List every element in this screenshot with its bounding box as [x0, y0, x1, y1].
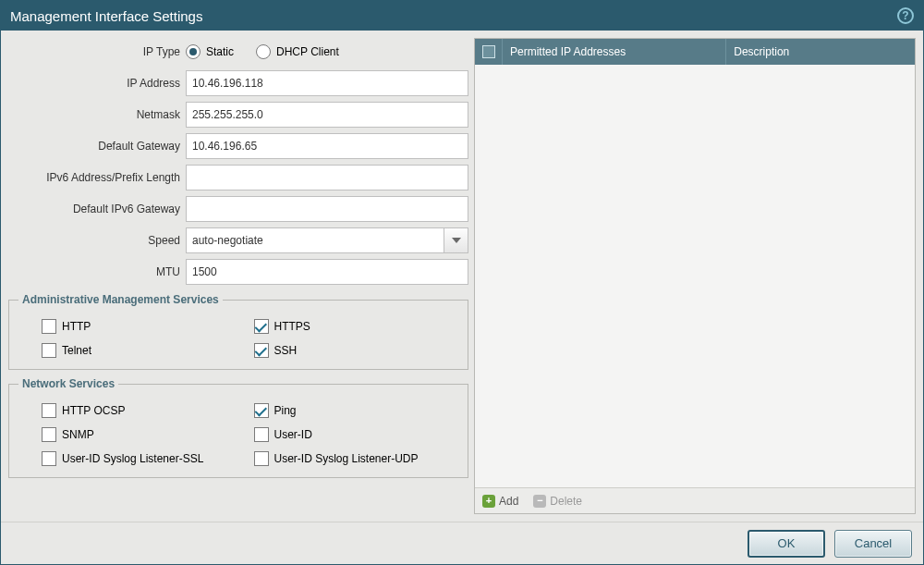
delete-button[interactable]: − Delete: [533, 495, 582, 508]
row-ipv6-address: IPv6 Address/Prefix Length: [8, 164, 468, 191]
check-http-ocsp-label: HTTP OCSP: [62, 404, 125, 417]
check-http[interactable]: HTTP: [42, 319, 247, 334]
minus-icon: −: [533, 495, 546, 508]
speed-label: Speed: [8, 234, 186, 247]
check-userid-label: User-ID: [274, 428, 312, 441]
col-description[interactable]: Description: [726, 39, 915, 65]
radio-dhcp-label: DHCP Client: [276, 45, 339, 58]
left-pane: IP Type Static DHCP Client IP Address: [8, 38, 468, 514]
admin-services-grid: HTTP HTTPS Telnet SSH: [18, 319, 458, 358]
default-gateway-label: Default Gateway: [8, 140, 186, 153]
check-telnet-label: Telnet: [62, 344, 91, 357]
checkbox-icon: [42, 343, 56, 358]
check-telnet[interactable]: Telnet: [42, 343, 247, 358]
speed-select[interactable]: auto-negotiate: [186, 227, 468, 253]
check-snmp-label: SNMP: [62, 428, 94, 441]
mtu-label: MTU: [8, 265, 186, 278]
admin-services-legend: Administrative Management Services: [18, 293, 223, 306]
ipv6-gateway-label: Default IPv6 Gateway: [8, 203, 186, 215]
check-https-label: HTTPS: [274, 320, 310, 333]
check-snmp[interactable]: SNMP: [42, 427, 247, 442]
dialog-footer: OK Cancel: [1, 522, 923, 564]
check-userid-syslog-ssl-label: User-ID Syslog Listener-SSL: [62, 452, 203, 465]
checkbox-icon: [254, 451, 269, 466]
row-ip-type: IP Type Static DHCP Client: [8, 38, 468, 66]
table-footer: + Add − Delete: [475, 487, 915, 513]
help-icon[interactable]: ?: [897, 7, 914, 24]
row-default-gateway: Default Gateway: [8, 132, 468, 160]
checkbox-icon: [254, 319, 269, 334]
ip-type-label: IP Type: [8, 45, 186, 58]
radio-static[interactable]: Static: [186, 44, 234, 59]
add-button[interactable]: + Add: [482, 495, 518, 508]
checkbox-icon: [254, 403, 269, 418]
checkbox-icon: [42, 403, 56, 418]
svg-marker-0: [452, 238, 461, 243]
chevron-down-icon: [444, 228, 468, 252]
dialog-body: IP Type Static DHCP Client IP Address: [1, 31, 923, 522]
ipv6-gateway-input[interactable]: [186, 196, 468, 222]
ip-address-label: IP Address: [8, 77, 186, 90]
check-userid-syslog-ssl[interactable]: User-ID Syslog Listener-SSL: [42, 451, 247, 466]
radio-dhcp[interactable]: DHCP Client: [256, 44, 339, 59]
checkbox-icon: [42, 451, 56, 466]
dialog-title: Management Interface Settings: [10, 8, 202, 24]
netmask-input[interactable]: [186, 102, 468, 128]
add-label: Add: [499, 495, 518, 508]
checkbox-icon: [482, 45, 495, 58]
check-ping[interactable]: Ping: [254, 403, 459, 418]
checkbox-icon: [42, 319, 56, 334]
checkbox-icon: [42, 427, 56, 442]
mtu-input[interactable]: [186, 259, 468, 285]
table-header: Permitted IP Addresses Description: [475, 39, 915, 65]
ipv6-address-label: IPv6 Address/Prefix Length: [8, 171, 186, 184]
check-http-ocsp[interactable]: HTTP OCSP: [42, 403, 247, 418]
network-services-legend: Network Services: [18, 377, 118, 390]
table-body: [475, 65, 915, 487]
row-ipv6-gateway: Default IPv6 Gateway: [8, 195, 468, 223]
ip-address-input[interactable]: [186, 70, 468, 96]
check-http-label: HTTP: [62, 320, 91, 333]
check-https[interactable]: HTTPS: [254, 319, 459, 334]
radio-static-label: Static: [206, 45, 234, 58]
check-ping-label: Ping: [274, 404, 297, 417]
delete-label: Delete: [550, 495, 582, 508]
check-userid-syslog-udp[interactable]: User-ID Syslog Listener-UDP: [254, 451, 459, 466]
check-ssh-label: SSH: [274, 344, 298, 357]
col-permitted-ip[interactable]: Permitted IP Addresses: [503, 39, 726, 65]
network-services-grid: HTTP OCSP Ping SNMP User-ID: [18, 403, 458, 466]
network-services-group: Network Services HTTP OCSP Ping SNMP: [8, 377, 468, 478]
permitted-ip-table: Permitted IP Addresses Description + Add…: [474, 38, 916, 514]
ipv6-address-input[interactable]: [186, 165, 468, 190]
ok-button[interactable]: OK: [748, 530, 825, 558]
row-ip-address: IP Address: [8, 69, 468, 97]
speed-value: auto-negotiate: [192, 234, 263, 247]
row-netmask: Netmask: [8, 101, 468, 129]
management-interface-settings-dialog: Management Interface Settings ? IP Type …: [0, 0, 924, 565]
titlebar: Management Interface Settings ?: [1, 1, 923, 31]
checkbox-icon: [254, 427, 269, 442]
checkbox-icon: [254, 343, 269, 358]
radio-icon: [256, 44, 271, 59]
header-checkbox-cell[interactable]: [475, 39, 503, 65]
check-userid[interactable]: User-ID: [254, 427, 459, 442]
ip-type-radio-group: Static DHCP Client: [186, 44, 468, 59]
radio-icon: [186, 44, 201, 59]
row-mtu: MTU: [8, 258, 468, 286]
admin-services-group: Administrative Management Services HTTP …: [8, 293, 468, 370]
default-gateway-input[interactable]: [186, 133, 468, 159]
row-speed: Speed auto-negotiate: [8, 227, 468, 254]
cancel-button[interactable]: Cancel: [834, 530, 912, 558]
plus-icon: +: [482, 495, 495, 508]
netmask-label: Netmask: [8, 108, 186, 121]
check-userid-syslog-udp-label: User-ID Syslog Listener-UDP: [274, 452, 419, 465]
check-ssh[interactable]: SSH: [254, 343, 459, 358]
